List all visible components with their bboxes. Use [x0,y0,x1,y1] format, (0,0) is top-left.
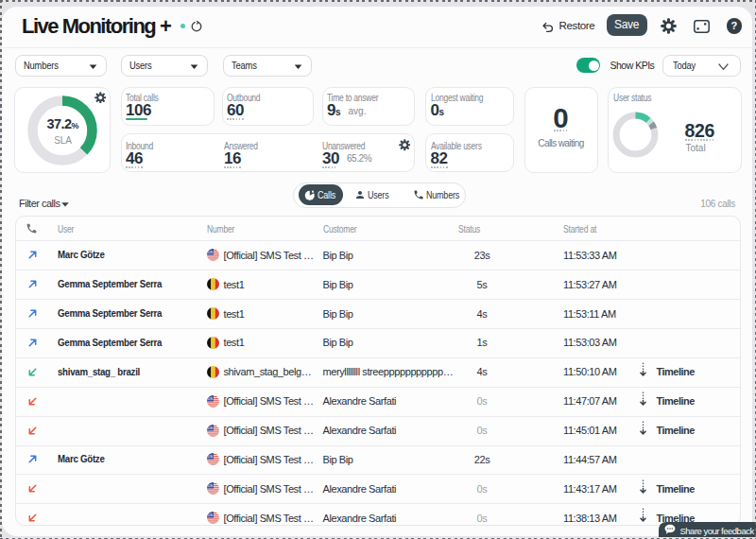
svg-text:US: US [207,513,213,517]
svg-text:US: US [207,426,213,430]
svg-text:US: US [207,251,213,255]
svg-text:US: US [207,483,213,488]
svg-text:US: US [207,396,213,401]
svg-text:US: US [207,455,213,460]
